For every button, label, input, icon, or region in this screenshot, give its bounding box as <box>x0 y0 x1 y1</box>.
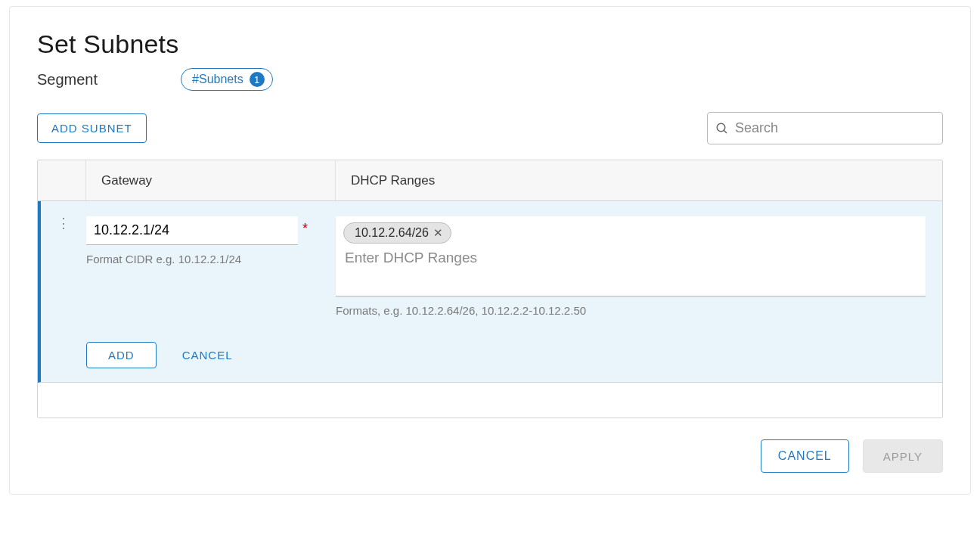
dhcp-ranges-input[interactable] <box>343 244 918 269</box>
subnets-count-chip[interactable]: #Subnets 1 <box>181 68 273 91</box>
gateway-hint: Format CIDR e.g. 10.12.2.1/24 <box>86 253 321 265</box>
search-field[interactable] <box>707 112 943 144</box>
dhcp-cell: 10.12.2.64/26 ✕ Formats, e.g. 10.12.2.64… <box>336 216 939 368</box>
row-cancel-button[interactable]: CANCEL <box>170 342 245 368</box>
search-icon <box>715 122 729 135</box>
dhcp-hint: Formats, e.g. 10.12.2.64/26, 10.12.2.2-1… <box>336 304 926 317</box>
row-add-button[interactable]: ADD <box>86 342 157 368</box>
segment-row: Segment #Subnets 1 <box>37 68 943 91</box>
gateway-cell: * Format CIDR e.g. 10.12.2.1/24 ADD CANC… <box>86 216 336 368</box>
header-spacer <box>38 160 86 200</box>
row-action-buttons: ADD CANCEL <box>86 306 321 368</box>
dialog-title: Set Subnets <box>37 29 943 59</box>
row-actions-menu[interactable]: ⋮ <box>41 216 86 368</box>
gateway-input[interactable] <box>86 216 298 245</box>
header-gateway: Gateway <box>86 160 336 200</box>
search-input[interactable] <box>729 117 935 139</box>
chip-count: 1 <box>250 72 265 87</box>
set-subnets-dialog: Set Subnets Segment #Subnets 1 ADD SUBNE… <box>9 6 971 495</box>
svg-point-0 <box>717 123 725 132</box>
tag-label: 10.12.2.64/26 <box>355 226 429 240</box>
toolbar: ADD SUBNET <box>37 112 943 144</box>
apply-button[interactable]: APPLY <box>863 439 943 473</box>
table-row-editing: ⋮ * Format CIDR e.g. 10.12.2.1/24 ADD CA… <box>38 201 942 383</box>
dhcp-ranges-field[interactable]: 10.12.2.64/26 ✕ <box>336 216 926 296</box>
svg-line-1 <box>724 130 727 133</box>
add-subnet-button[interactable]: ADD SUBNET <box>37 113 147 143</box>
dhcp-range-tag: 10.12.2.64/26 ✕ <box>343 222 451 244</box>
dialog-footer: CANCEL APPLY <box>37 439 943 473</box>
remove-tag-icon[interactable]: ✕ <box>433 226 443 240</box>
cancel-button[interactable]: CANCEL <box>761 439 849 473</box>
table-empty-row <box>38 383 942 417</box>
table-header: Gateway DHCP Ranges <box>38 160 942 201</box>
segment-label: Segment <box>37 71 98 88</box>
header-dhcp: DHCP Ranges <box>336 160 942 200</box>
chip-label: #Subnets <box>192 73 243 86</box>
kebab-icon: ⋮ <box>57 221 70 368</box>
subnets-table: Gateway DHCP Ranges ⋮ * Format CIDR e.g.… <box>37 160 943 418</box>
required-asterisk: * <box>302 221 308 237</box>
